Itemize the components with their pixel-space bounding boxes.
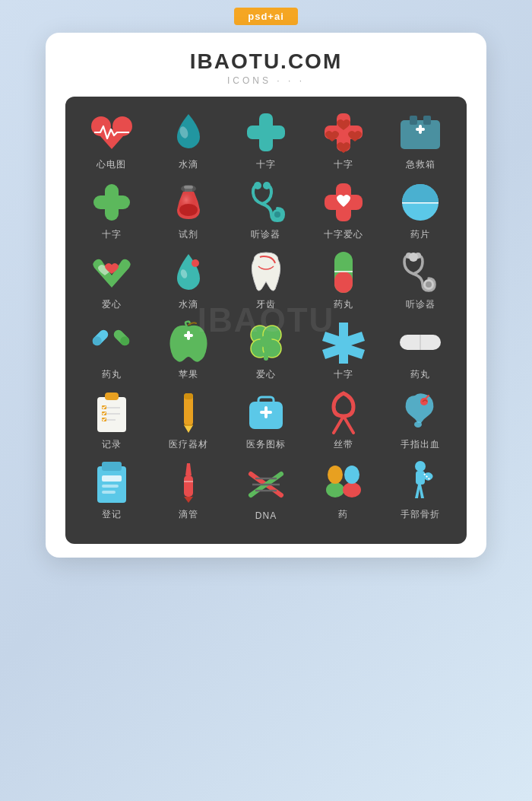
icon-apple: 苹果 (154, 320, 223, 381)
main-card: IBAOTU.COM ICONS · · · 心电图 (46, 33, 486, 558)
svg-rect-12 (419, 125, 422, 134)
svg-point-47 (260, 335, 272, 348)
icon-register: 登记 (78, 460, 146, 521)
icon-waterdrop2: 水滴 (154, 250, 223, 311)
site-subtitle: ICONS · · · (227, 75, 305, 86)
svg-rect-78 (184, 475, 193, 497)
svg-point-20 (274, 211, 280, 218)
svg-point-33 (426, 281, 432, 288)
icon-pencil: 医疗器材 (154, 390, 223, 451)
icon-waterdrop: 水滴 (154, 110, 223, 171)
svg-point-21 (254, 182, 261, 189)
svg-rect-89 (416, 471, 425, 485)
svg-rect-73 (102, 462, 122, 471)
svg-rect-48 (264, 351, 268, 361)
svg-rect-30 (334, 272, 353, 293)
icon-row-1: 心电图 水滴 十字 (73, 110, 459, 171)
svg-marker-79 (184, 497, 193, 503)
icon-stethoscope1: 听诊器 (232, 180, 300, 241)
svg-rect-8 (401, 120, 440, 149)
icon-row-3: 爱心 水滴 (73, 250, 459, 311)
svg-point-87 (344, 466, 359, 484)
svg-marker-77 (185, 463, 192, 475)
icon-firstaid: 急救箱 (386, 110, 454, 171)
format-badge: psd+ai (234, 8, 298, 25)
svg-line-67 (334, 416, 344, 433)
icon-cross-green: 十字 (78, 180, 146, 241)
icon-ribbon: 丝带 (309, 390, 378, 451)
svg-rect-14 (93, 195, 130, 209)
icon-hands-heart: 爱心 (78, 250, 146, 311)
icon-finger: 手指出血 (386, 390, 454, 451)
site-title: IBAOTU.COM (190, 49, 342, 74)
svg-point-86 (328, 466, 343, 484)
svg-rect-5 (247, 126, 285, 139)
icon-grid: 心电图 水滴 十字 (65, 97, 467, 544)
svg-rect-10 (423, 116, 431, 125)
icon-row-5: 记录 医疗器材 (73, 390, 459, 451)
icon-pills2: 药丸 (78, 320, 146, 381)
icon-medical-box: 医务图标 (232, 390, 300, 451)
svg-point-22 (263, 182, 271, 189)
icon-row-2: 十字 (73, 180, 459, 241)
icon-cross-hearts: 十字 (309, 110, 378, 171)
svg-point-28 (192, 259, 199, 267)
svg-point-17 (179, 204, 198, 216)
svg-rect-74 (102, 475, 122, 482)
icon-reagent: 试剂 (154, 180, 223, 241)
icon-cross-blue: 十字 (309, 320, 378, 381)
icon-dna: DNA (232, 462, 300, 521)
icon-broken-arm: 手部骨折 (386, 460, 454, 521)
svg-point-88 (415, 461, 426, 472)
svg-rect-52 (105, 393, 119, 400)
icon-cross-teal: 十字 (232, 110, 300, 171)
svg-rect-76 (102, 491, 116, 494)
icon-capsule1: 药丸 (309, 250, 378, 311)
svg-point-71 (414, 421, 422, 428)
icon-clipboard: 记录 (78, 390, 146, 451)
icon-medicine: 药 (309, 460, 378, 521)
icon-clover: 爱心 (232, 320, 300, 381)
svg-marker-60 (184, 425, 193, 433)
svg-rect-61 (184, 393, 193, 399)
icon-dropper: 滴管 (154, 460, 223, 521)
icon-capsule-white: 药丸 (386, 320, 454, 381)
icon-ecg: 心电图 (78, 110, 146, 171)
icon-cross-heart: 十字爱心 (309, 180, 378, 241)
svg-line-68 (344, 416, 353, 433)
icon-row-4: 药丸 苹果 (73, 320, 459, 381)
svg-rect-42 (187, 331, 190, 340)
svg-rect-75 (102, 485, 119, 488)
svg-point-85 (343, 482, 361, 497)
svg-point-84 (326, 482, 344, 497)
icon-stethoscope2: 听诊器 (386, 250, 454, 311)
icon-row-6: 登记 滴管 (73, 460, 459, 521)
svg-rect-66 (264, 406, 268, 418)
icon-pill-blue: 药片 (386, 180, 454, 241)
svg-rect-18 (184, 186, 193, 189)
svg-point-36 (409, 253, 418, 262)
icon-tooth: 牙齿 (232, 250, 300, 311)
svg-rect-9 (410, 116, 417, 125)
